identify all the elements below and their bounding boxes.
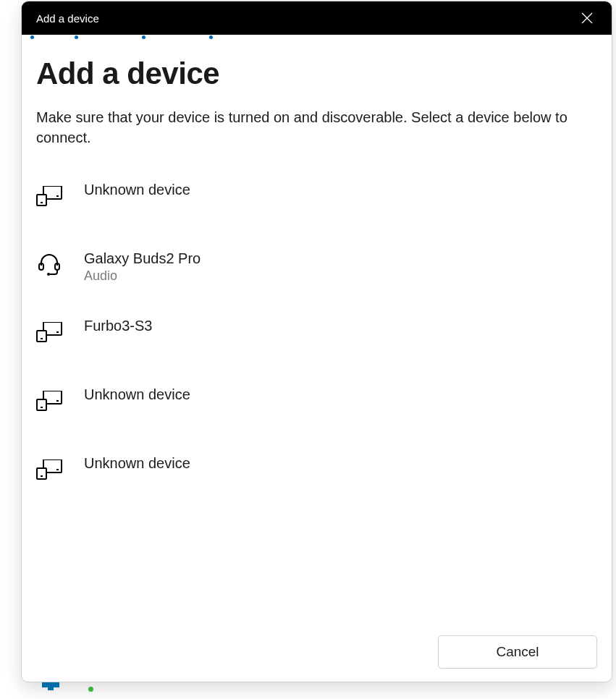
device-item-unknown-2[interactable]: Unknown device <box>36 374 597 443</box>
device-text: Unknown device <box>84 386 190 403</box>
device-icon <box>36 183 62 209</box>
svg-rect-4 <box>37 195 46 206</box>
close-icon <box>581 12 593 24</box>
progress-indicator <box>22 35 612 41</box>
device-name-label: Furbo3-S3 <box>84 318 153 334</box>
titlebar-title: Add a device <box>36 12 99 25</box>
headset-icon <box>36 252 62 278</box>
device-name-label: Unknown device <box>84 386 190 403</box>
device-type-label: Audio <box>84 268 201 284</box>
dialog-content: Add a device Make sure that your device … <box>22 41 612 512</box>
svg-rect-11 <box>37 331 46 342</box>
cancel-button[interactable]: Cancel <box>438 635 597 669</box>
device-name-label: Unknown device <box>84 182 190 198</box>
device-text: Unknown device <box>84 182 190 198</box>
device-text: Unknown device <box>84 455 190 472</box>
svg-rect-15 <box>37 399 46 410</box>
device-item-furbo[interactable]: Furbo3-S3 <box>36 305 597 374</box>
page-description: Make sure that your device is turned on … <box>36 107 594 148</box>
device-name-label: Galaxy Buds2 Pro <box>84 250 201 267</box>
device-text: Furbo3-S3 <box>84 318 153 334</box>
dialog-footer: Cancel <box>438 635 597 669</box>
device-list: Unknown device Galaxy Buds2 Pro Audio <box>36 169 597 512</box>
close-button[interactable] <box>575 7 599 30</box>
dialog-titlebar: Add a device <box>22 1 612 35</box>
device-icon <box>36 388 62 414</box>
device-item-unknown-3[interactable]: Unknown device <box>36 443 597 512</box>
device-name-label: Unknown device <box>84 455 190 472</box>
device-item-galaxy-buds[interactable]: Galaxy Buds2 Pro Audio <box>36 238 597 305</box>
device-icon <box>36 457 62 483</box>
background-status-dot <box>88 687 93 692</box>
page-title: Add a device <box>36 56 597 91</box>
device-icon <box>36 319 62 345</box>
add-device-dialog: Add a device Add a device Make sure that… <box>21 1 612 682</box>
device-item-unknown-1[interactable]: Unknown device <box>36 169 597 238</box>
device-text: Galaxy Buds2 Pro Audio <box>84 250 201 284</box>
svg-rect-19 <box>37 468 46 479</box>
svg-point-8 <box>47 273 50 276</box>
